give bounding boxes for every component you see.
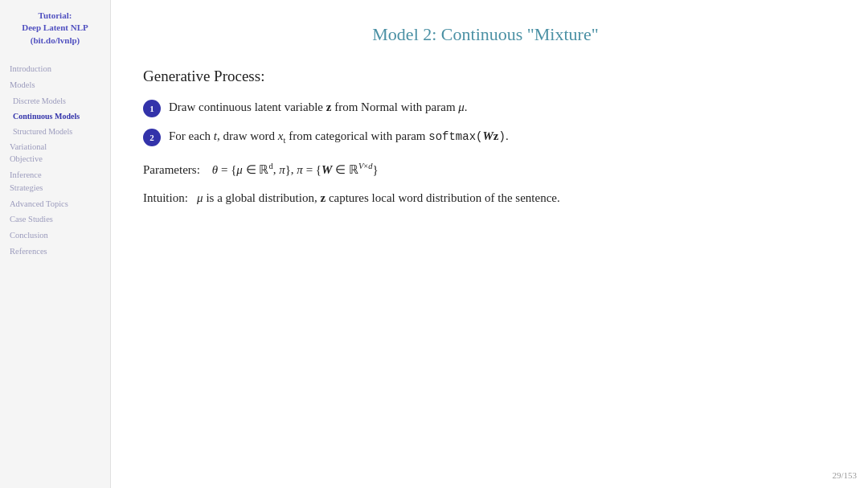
sidebar-item-case-studies[interactable]: Case Studies xyxy=(6,211,104,228)
sidebar-item-models[interactable]: Models xyxy=(6,77,104,93)
sidebar-item-structured-models[interactable]: Structured Models xyxy=(6,124,104,139)
main-content: Model 2: Continuous "Mixture" Generative… xyxy=(111,0,868,488)
list-text-1: Draw continuous latent variable z from N… xyxy=(169,98,468,117)
content-area: Generative Process: 1 Draw continuous la… xyxy=(143,68,828,464)
sub-t: t xyxy=(283,136,285,145)
section-heading: Generative Process: xyxy=(143,68,828,85)
params-line: Parameters: θ = {μ ∈ ℝd, π}, π = {W ∈ ℝV… xyxy=(143,162,828,177)
sidebar-item-advanced-topics[interactable]: Advanced Topics xyxy=(6,196,104,212)
params-label: Parameters: xyxy=(143,163,200,176)
sidebar-item-references[interactable]: References xyxy=(6,244,104,260)
param-W: W xyxy=(321,163,332,176)
bold-z-1: z xyxy=(326,100,332,113)
list-item-1: 1 Draw continuous latent variable z from… xyxy=(143,98,828,117)
param-mu-2: μ xyxy=(236,163,243,176)
bold-W: W xyxy=(482,129,493,142)
intuition-label: Intuition: xyxy=(143,191,188,204)
sidebar-item-continuous-models[interactable]: Continuous Models xyxy=(6,109,104,124)
sidebar-item-introduction[interactable]: Introduction xyxy=(6,61,104,77)
list-item-2: 2 For each t, draw word xt from categori… xyxy=(143,127,828,147)
intuition-line: Intuition: μ is a global distribution, z… xyxy=(143,188,828,207)
list-number-2: 2 xyxy=(143,129,161,146)
sidebar-item-conclusion[interactable]: Conclusion xyxy=(6,228,104,244)
intuition-mu: μ xyxy=(197,191,203,204)
param-pi-2: π xyxy=(297,163,303,176)
param-mu-1: μ xyxy=(458,100,465,113)
page-number: 29/153 xyxy=(832,470,857,480)
sidebar: Tutorial: Deep Latent NLP (bit.do/lvnlp)… xyxy=(0,0,111,488)
param-pi: π xyxy=(279,163,285,176)
intuition-z: z xyxy=(320,191,326,204)
close-paren: ) xyxy=(498,130,505,143)
sidebar-item-discrete-models[interactable]: Discrete Models xyxy=(6,93,104,109)
slide-title: Model 2: Continuous "Mixture" xyxy=(143,24,828,45)
list-number-1: 1 xyxy=(143,100,161,117)
list-text-2: For each t, draw word xt from categorica… xyxy=(169,127,509,147)
var-t: t xyxy=(214,129,217,142)
sidebar-title: Tutorial: Deep Latent NLP (bit.do/lvnlp) xyxy=(6,10,104,47)
sidebar-item-variational-objective[interactable]: Variational Objective xyxy=(6,139,104,168)
sidebar-item-inference-strategies[interactable]: Inference Strategies xyxy=(6,167,104,196)
softmax-text: softmax( xyxy=(428,130,482,143)
param-theta: θ xyxy=(212,163,218,176)
